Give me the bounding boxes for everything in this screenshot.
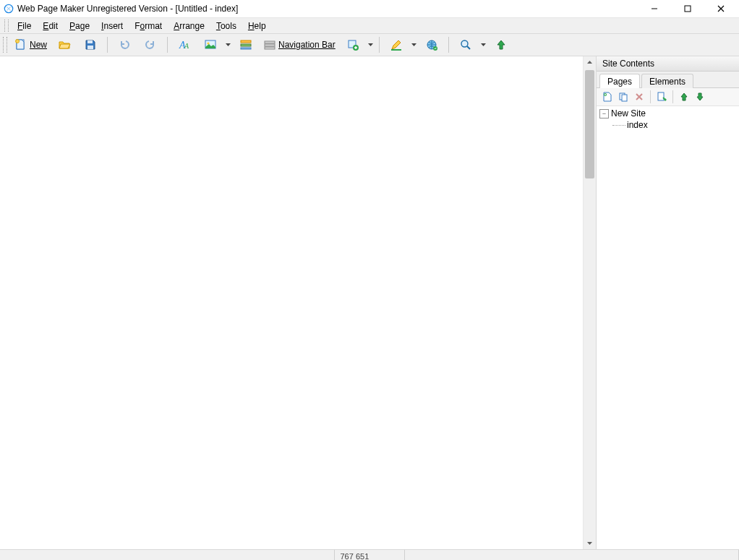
window-close-button[interactable]: [704, 0, 738, 17]
tree-child-label: index: [627, 120, 648, 130]
image-tool-dropdown[interactable]: [225, 43, 231, 48]
insert-component-button[interactable]: [341, 35, 364, 54]
tab-elements[interactable]: Elements: [641, 74, 693, 88]
window-title: Web Page Maker Unregistered Version - [U…: [17, 4, 238, 14]
new-page-label: New: [30, 40, 47, 50]
image-tool-button[interactable]: [199, 35, 222, 54]
navbar-icon-button[interactable]: [234, 35, 257, 54]
svg-rect-24: [622, 95, 627, 101]
sidebar-toolbar: [597, 88, 739, 106]
tree-collapse-icon[interactable]: −: [599, 109, 609, 119]
tree-child-row[interactable]: index: [599, 119, 736, 131]
canvas-vertical-scrollbar[interactable]: [583, 56, 596, 549]
statusbar: 767 651: [0, 549, 739, 560]
window-maximize-button[interactable]: [671, 0, 704, 17]
page-properties-icon[interactable]: [654, 90, 670, 104]
menubar-grip[interactable]: [4, 20, 9, 32]
scroll-up-arrow-icon[interactable]: [584, 56, 596, 69]
app-icon: [3, 3, 14, 14]
save-button[interactable]: [79, 35, 102, 54]
svg-point-3: [16, 40, 20, 43]
canvas-region: [0, 56, 597, 549]
scroll-track[interactable]: [584, 69, 596, 537]
svg-rect-10: [241, 40, 251, 43]
insert-component-dropdown[interactable]: [367, 43, 374, 48]
navigation-bar-button[interactable]: Navigation Bar: [260, 35, 338, 54]
menu-format[interactable]: Format: [129, 20, 168, 33]
scroll-thumb[interactable]: [585, 70, 594, 178]
page-canvas[interactable]: [0, 56, 583, 549]
navigation-bar-label: Navigation Bar: [278, 40, 336, 50]
menu-edit[interactable]: Edit: [37, 20, 64, 33]
window-minimize-button[interactable]: [638, 0, 671, 17]
clone-page-icon[interactable]: [615, 90, 631, 104]
tab-pages[interactable]: Pages: [599, 74, 640, 88]
text-tool-button[interactable]: AA: [173, 35, 196, 54]
menubar: File Edit Page Insert Format Arrange Too…: [0, 18, 739, 34]
new-page-icon[interactable]: [599, 90, 615, 104]
svg-rect-4: [87, 40, 93, 43]
sidebar: Site Contents Pages Elements: [597, 56, 739, 549]
menu-help[interactable]: Help: [242, 20, 272, 33]
sidebar-tabstrip: Pages Elements: [597, 72, 739, 88]
delete-page-icon[interactable]: [631, 90, 647, 104]
svg-rect-11: [241, 44, 251, 46]
menu-page[interactable]: Page: [64, 20, 95, 33]
toolbar: New AA Navigation Bar: [0, 34, 739, 56]
zoom-button[interactable]: [454, 35, 477, 54]
tree-root-row[interactable]: − New Site: [599, 108, 736, 119]
scroll-down-arrow-icon[interactable]: [584, 537, 596, 549]
redo-button[interactable]: [139, 35, 162, 54]
color-picker-button[interactable]: [385, 35, 408, 54]
tree-root-label: New Site: [611, 108, 646, 119]
svg-rect-14: [265, 44, 275, 46]
move-up-icon[interactable]: [676, 90, 692, 104]
status-left-cell: [0, 550, 335, 560]
menu-tools[interactable]: Tools: [210, 20, 242, 33]
svg-rect-5: [87, 46, 93, 49]
svg-text:A: A: [184, 42, 189, 50]
new-page-button[interactable]: New: [12, 35, 50, 54]
publish-button[interactable]: [490, 35, 513, 54]
pages-tree[interactable]: − New Site index: [597, 106, 739, 549]
zoom-dropdown[interactable]: [480, 43, 487, 48]
color-picker-dropdown[interactable]: [411, 43, 417, 48]
site-contents-title: Site Contents: [602, 59, 654, 69]
svg-rect-25: [658, 92, 664, 100]
menu-file[interactable]: File: [12, 20, 37, 33]
svg-rect-18: [391, 49, 401, 51]
titlebar: Web Page Maker Unregistered Version - [U…: [0, 0, 739, 18]
site-contents-header: Site Contents: [597, 56, 739, 72]
status-coords: 767 651: [335, 550, 405, 560]
svg-rect-1: [685, 6, 691, 12]
menu-arrange[interactable]: Arrange: [168, 20, 210, 33]
svg-rect-12: [241, 48, 251, 49]
move-down-icon[interactable]: [692, 90, 708, 104]
open-button[interactable]: [53, 35, 76, 54]
svg-rect-13: [265, 41, 275, 43]
tree-connector-icon: [612, 124, 625, 126]
menu-insert[interactable]: Insert: [95, 20, 129, 33]
svg-point-21: [461, 40, 468, 47]
toolbar-grip[interactable]: [3, 37, 7, 53]
preview-button[interactable]: [420, 35, 443, 54]
undo-button[interactable]: [113, 35, 136, 54]
svg-rect-15: [265, 47, 275, 49]
status-right-cell: [405, 550, 740, 560]
